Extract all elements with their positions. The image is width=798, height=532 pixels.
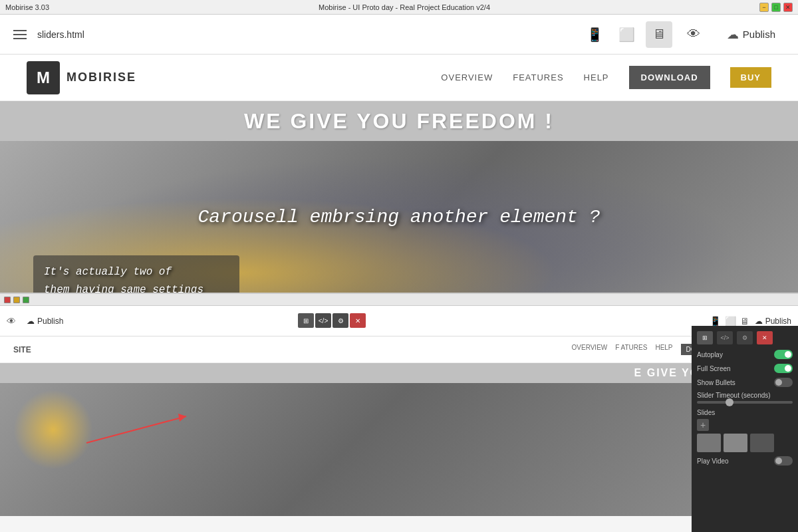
outer-fullscreen-toggle[interactable]	[774, 364, 793, 373]
inner-eye-icon: 👁	[7, 316, 16, 327]
nav-link-help[interactable]: HELP	[584, 72, 609, 82]
outer-thumb-2[interactable]	[724, 434, 747, 452]
inner-nav-overview: OVERVIEW	[572, 344, 608, 355]
edit-layout-btn[interactable]: ⊞	[298, 313, 314, 328]
inner-mobile-icon: 📱	[710, 316, 721, 327]
inner-site-nav: SITE OVERVIEW F ATURES HELP DOWNLOAD BUY…	[0, 336, 798, 363]
inner-carousel-bg	[0, 383, 692, 516]
inner-desktop-icon: 🖥	[740, 316, 749, 327]
outer-bullets-toggle[interactable]	[774, 378, 793, 387]
outer-slides-section: Slides +	[697, 409, 793, 452]
inner-publish-btn-right[interactable]: ☁ Publish	[755, 317, 791, 326]
nav-buy-button[interactable]: BUY	[730, 67, 771, 88]
device-selector: 📱 ⬜ 🖥	[582, 21, 672, 48]
inner-screenshot: 👁 ☁ Publish 📱 ⬜ 🖥 ☁ Publish SITE OVERVIE…	[0, 293, 798, 532]
outer-tab-gear[interactable]: ⚙	[737, 331, 753, 344]
inner-device-icons: 📱 ⬜ 🖥	[710, 316, 749, 327]
nav-link-overview[interactable]: OVERVIEW	[441, 72, 493, 82]
inner-min-btn[interactable]	[13, 297, 20, 303]
outer-slide-thumbs	[697, 434, 793, 452]
arrow-annotation	[80, 410, 213, 452]
inner-brand: SITE	[13, 345, 31, 354]
site-brand-name: MOBIRISE	[66, 70, 136, 84]
inner-carousel-area: ⊞ </> ⚙ ✕ Autoplay Full Screen Show Bull…	[0, 383, 798, 516]
nav-download-button[interactable]: DOWNLOAD	[629, 66, 710, 89]
outer-thumb-3[interactable]	[750, 434, 774, 452]
minimize-button[interactable]: −	[759, 3, 769, 12]
outer-timeout-slider[interactable]	[697, 401, 793, 404]
site-nav-links: OVERVIEW FEATURES HELP DOWNLOAD BUY	[136, 66, 771, 89]
menu-button[interactable]	[11, 27, 29, 42]
logo-letter: M	[37, 68, 50, 87]
inner-publish-label: Publish	[37, 317, 63, 326]
outer-tab-layout[interactable]: ⊞	[697, 331, 713, 344]
outer-playvideo-row: Play Video	[697, 456, 793, 466]
mobile-view-button[interactable]: 📱	[582, 21, 608, 48]
main-content: M MOBIRISE OVERVIEW FEATURES HELP DOWNLO…	[0, 55, 798, 532]
edit-code-btn[interactable]: </>	[315, 313, 331, 328]
carousel-text-overlay: Carousell embrsing another element ?	[198, 207, 600, 227]
outer-tab-close[interactable]: ✕	[757, 331, 773, 344]
inner-toolbar: 👁 ☁ Publish 📱 ⬜ 🖥 ☁ Publish	[0, 306, 798, 336]
app-toolbar: sliders.html 📱 ⬜ 🖥 👁 ☁ Publish	[0, 15, 798, 55]
current-file: sliders.html	[37, 29, 574, 40]
inner-nav-features: F ATURES	[615, 344, 647, 355]
app-name: Mobirise 3.03	[5, 3, 49, 11]
outer-autoplay-toggle[interactable]	[774, 350, 793, 359]
hamburger-line-2	[13, 34, 27, 35]
close-button[interactable]: ✕	[783, 3, 793, 12]
tablet-view-button[interactable]: ⬜	[614, 21, 640, 48]
site-nav: M MOBIRISE OVERVIEW FEATURES HELP DOWNLO…	[0, 55, 798, 101]
outer-bullets-label: Show Bullets	[697, 379, 735, 386]
inner-nav-help: HELP	[655, 344, 672, 355]
carousel-main-title: Carousell embrsing another element ?	[198, 207, 600, 227]
title-bar: Mobirise 3.03 Mobirise - UI Proto day - …	[0, 0, 798, 15]
arrow-svg	[80, 410, 213, 450]
outer-slider-thumb	[726, 398, 733, 406]
publish-label: Publish	[743, 29, 775, 40]
inner-publish-btn-left[interactable]: ☁ Publish	[21, 314, 68, 329]
outer-bullets-row: Show Bullets	[697, 378, 793, 387]
mobile-icon: 📱	[587, 27, 603, 43]
outer-fullscreen-label: Full Screen	[697, 365, 731, 372]
inner-hero: E GIVE YOU FREEDOM !	[0, 363, 798, 383]
outer-timeout-row: Slider Timeout (seconds)	[697, 392, 793, 404]
inner-publish-right-label: Publish	[765, 317, 791, 326]
site-logo-box: M	[27, 61, 60, 94]
cloud-icon: ☁	[727, 27, 739, 42]
inner-max-btn[interactable]	[23, 297, 29, 303]
desktop-view-button[interactable]: 🖥	[646, 21, 672, 48]
outer-playvideo-toggle[interactable]	[774, 456, 793, 466]
window-title: Mobirise - UI Proto day - Real Project E…	[49, 3, 759, 11]
outer-thumb-1[interactable]	[697, 434, 721, 452]
inner-nav-links: OVERVIEW F ATURES HELP DOWNLOAD BUY ⚙	[42, 344, 785, 355]
outer-autoplay-row: Autoplay	[697, 350, 793, 359]
inner-cloud-icon: ☁	[27, 317, 35, 326]
inner-close-btn[interactable]	[4, 297, 11, 303]
desktop-icon: 🖥	[652, 27, 666, 42]
arrow-head	[178, 414, 186, 422]
maximize-button[interactable]: □	[771, 3, 781, 12]
window-controls: − □ ✕	[759, 3, 793, 12]
outer-timeout-label: Slider Timeout (seconds)	[697, 392, 793, 399]
edit-delete-btn[interactable]: ✕	[350, 313, 366, 328]
arrow-line	[86, 416, 186, 443]
edit-gear-btn[interactable]: ⚙	[332, 313, 348, 328]
hero-title: WE GIVE YOU FREEDOM !	[244, 109, 554, 134]
eye-icon: 👁	[687, 27, 700, 42]
hamburger-line-1	[13, 30, 27, 31]
inner-tablet-icon: ⬜	[725, 316, 736, 327]
tablet-icon: ⬜	[618, 27, 635, 43]
outer-tab-code[interactable]: </>	[717, 331, 733, 344]
outer-fullscreen-row: Full Screen	[697, 364, 793, 373]
outer-slides-label: Slides	[697, 409, 793, 416]
outer-autoplay-label: Autoplay	[697, 351, 723, 358]
preview-button[interactable]: 👁	[680, 21, 707, 48]
hamburger-line-3	[13, 38, 27, 39]
site-logo-area: M MOBIRISE	[27, 61, 136, 94]
outer-slides-add[interactable]: +	[697, 419, 709, 431]
publish-button[interactable]: ☁ Publish	[715, 22, 787, 47]
nav-link-features[interactable]: FEATURES	[513, 72, 563, 82]
outer-playvideo-label: Play Video	[697, 458, 729, 465]
edit-toolbar: ⊞ </> ⚙ ✕	[298, 313, 366, 328]
